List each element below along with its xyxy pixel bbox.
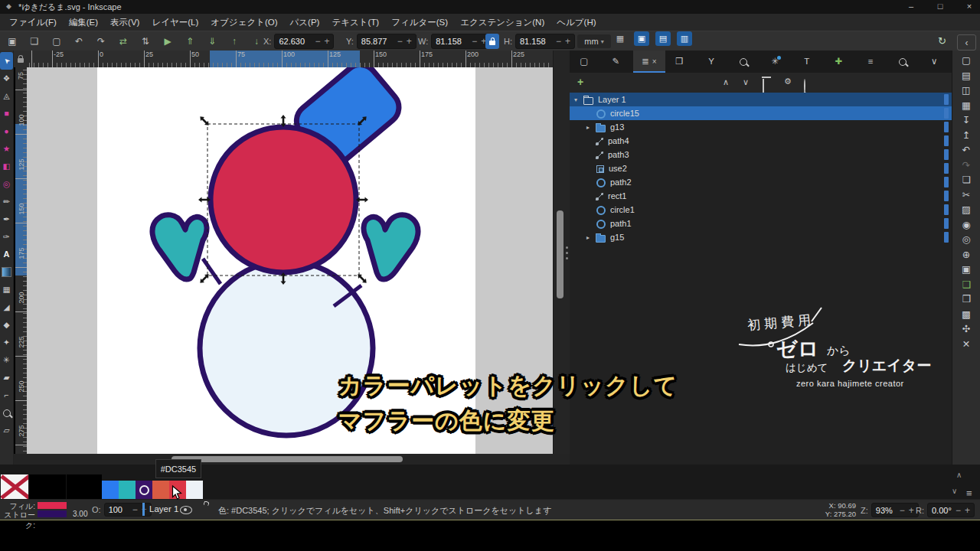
menu-item[interactable]: ヘルプ(H) [550, 15, 602, 30]
ungroup-button[interactable]: ❒ [962, 295, 970, 305]
search-objects-button[interactable] [804, 80, 805, 93]
rotation-minus-button[interactable]: − [956, 505, 961, 516]
snap-others-button[interactable]: ▥ [677, 31, 692, 46]
menu-item[interactable]: 編集(E) [63, 15, 104, 30]
palette-scroll-up[interactable]: ∧ [956, 471, 962, 479]
object-row-10[interactable]: ▸g15 [570, 230, 952, 244]
print-button[interactable]: ▦ [962, 101, 971, 111]
current-layer-name[interactable]: Layer 1 [149, 504, 178, 514]
stroke-color-swatch[interactable] [38, 510, 67, 517]
tool-spiral[interactable]: ◎ [0, 175, 13, 193]
horizontal-scrollbar[interactable] [172, 456, 403, 462]
dock-tab-text-panel[interactable]: T [792, 51, 825, 73]
snowman-mitten-right[interactable] [364, 215, 418, 279]
snap-global-button[interactable]: ▦ [612, 31, 628, 46]
frame-button[interactable]: ▣ [962, 265, 971, 275]
tool-eraser[interactable]: ▰ [0, 369, 13, 386]
add-layer-button[interactable]: + [577, 76, 583, 88]
menu-item[interactable]: パス(P) [284, 15, 326, 30]
unlink-clone-button[interactable]: ✕ [962, 340, 970, 350]
object-row-4[interactable]: path3 [570, 148, 952, 161]
tool-rectangle[interactable]: ■ [0, 105, 13, 122]
palette-swatch-white[interactable] [186, 481, 203, 499]
zoom-input[interactable]: 93% − + [871, 503, 919, 517]
y-plus-button[interactable]: + [407, 36, 412, 47]
raise-icon[interactable]: ⇑ [181, 34, 199, 49]
fill-color-swatch[interactable] [38, 502, 67, 509]
stroke-width-value[interactable]: 3.00 [73, 510, 87, 518]
palette-swatch-none[interactable] [1, 474, 28, 499]
height-minus-button[interactable]: − [556, 36, 561, 47]
palette-swatch-black[interactable] [29, 474, 102, 499]
zoom-in-button[interactable]: ◉ [962, 220, 971, 230]
collapse-toolbar-button[interactable]: ‹ [957, 34, 976, 51]
move-up-button[interactable]: ∧ [723, 77, 729, 87]
palette-scroll-down[interactable]: ∨ [952, 487, 957, 495]
x-plus-button[interactable]: + [324, 36, 329, 47]
opacity-minus-button[interactable]: − [132, 504, 138, 515]
width-minus-button[interactable]: − [472, 36, 477, 47]
selection-handle[interactable] [198, 115, 211, 127]
menu-item[interactable]: 表示(V) [104, 15, 145, 30]
maximize-button[interactable]: □ [933, 2, 948, 11]
snowman-mitten-left[interactable] [152, 215, 207, 279]
palette-menu-icon[interactable]: ≡ [966, 487, 972, 499]
unit-dropdown[interactable]: mm [577, 34, 611, 48]
layer-visibility-icon[interactable] [180, 506, 192, 514]
delete-object-button[interactable] [763, 79, 764, 93]
palette-swatch-teal[interactable] [119, 481, 136, 499]
move-down-button[interactable]: ∨ [743, 77, 749, 87]
tool-box-3d[interactable]: ◧ [0, 158, 13, 175]
tool-spray[interactable]: ✳ [0, 351, 13, 369]
menu-item[interactable]: ファイル(F) [3, 15, 63, 30]
object-row-1[interactable]: circle15 [570, 106, 952, 120]
x-input[interactable]: 62.630 − + [274, 34, 334, 49]
tool-star[interactable]: ★ [0, 140, 13, 158]
vertical-ruler[interactable]: 75100125150175200225250275 [15, 67, 27, 454]
copy-button[interactable]: ❏ [962, 175, 970, 185]
paste-button[interactable]: ▨ [962, 205, 971, 215]
tool-selector[interactable]: ➤ [0, 52, 13, 70]
object-row-3[interactable]: path4 [570, 134, 952, 148]
zoom-drawing-button[interactable]: ◎ [962, 235, 971, 245]
tool-text[interactable]: A [0, 246, 13, 263]
object-row-8[interactable]: circle1 [570, 203, 952, 217]
object-row-7[interactable]: rect1 [570, 189, 952, 203]
selection-handle[interactable] [356, 272, 368, 285]
selection-handle[interactable] [198, 272, 211, 285]
clone-button[interactable]: ✣ [962, 324, 970, 334]
object-row-5[interactable]: use2 [570, 161, 952, 175]
close-button[interactable]: × [962, 2, 977, 11]
ruler-corner[interactable] [14, 51, 27, 67]
flip-horizontal-icon[interactable]: ⇄ [114, 34, 132, 49]
rotation-plus-button[interactable]: + [965, 505, 970, 516]
vertical-scrollbar[interactable] [557, 210, 564, 298]
export-button[interactable]: ↥ [962, 131, 970, 141]
tool-connector[interactable]: ⌐ [0, 386, 13, 404]
tool-zoom[interactable] [0, 404, 13, 422]
tool-bezier-pen[interactable]: ✒ [0, 210, 13, 228]
menu-item[interactable]: テキスト(T) [325, 15, 385, 30]
select-all-layers-icon[interactable]: ❏ [25, 34, 44, 49]
dock-tab-xml-editor[interactable]: ❒ [665, 51, 697, 73]
menu-item[interactable]: オブジェクト(O) [204, 15, 283, 30]
tool-pages[interactable]: ▱ [0, 422, 13, 439]
minimize-button[interactable]: – [903, 2, 919, 11]
dock-tab-find[interactable] [729, 51, 761, 73]
snap-bbox-button[interactable]: ▣ [634, 31, 649, 46]
cut-button[interactable]: ✂ [962, 191, 970, 201]
tool-mesh-gradient[interactable]: ▦ [0, 281, 13, 298]
lower-icon[interactable]: ⇓ [203, 34, 221, 49]
dock-tab-more-panels[interactable]: ∨ [920, 51, 952, 73]
tool-tweak[interactable]: ✦ [0, 334, 13, 351]
tool-gradient[interactable] [0, 263, 13, 281]
tool-shape-builder[interactable]: ◬ [0, 87, 13, 105]
move-up-layer-icon[interactable]: ↑ [225, 34, 243, 49]
menu-item[interactable]: エクステンション(N) [454, 15, 550, 30]
snap-nodes-button[interactable]: ▤ [655, 31, 671, 46]
snowman-head[interactable] [211, 127, 356, 272]
group-button[interactable]: ❑ [962, 280, 970, 290]
dock-tab-find-replace[interactable] [888, 51, 920, 73]
tool-ellipse[interactable]: ● [0, 122, 13, 140]
close-tab-icon[interactable]: × [652, 57, 657, 66]
